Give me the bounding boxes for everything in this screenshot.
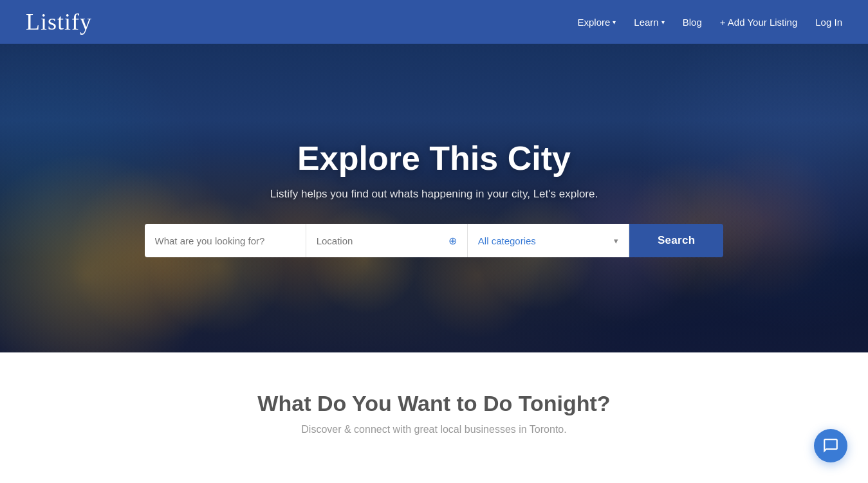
- below-hero-section: What Do You Want to Do Tonight? Discover…: [0, 352, 868, 461]
- login-button[interactable]: Log In: [815, 17, 842, 28]
- header: Listify Explore ▾ Learn ▾ Blog + Add You…: [0, 0, 868, 44]
- category-select-wrap: All categories Restaurants Hotels Shoppi…: [468, 224, 629, 257]
- logo[interactable]: Listify: [26, 8, 92, 35]
- hero-section: Explore This City Listify helps you find…: [0, 44, 868, 352]
- main-nav: Explore ▾ Learn ▾ Blog + Add Your Listin…: [577, 17, 842, 28]
- nav-explore[interactable]: Explore ▾: [577, 17, 616, 28]
- keyword-input-wrap: [145, 224, 306, 257]
- nav-blog[interactable]: Blog: [683, 17, 702, 28]
- keyword-input[interactable]: [155, 235, 295, 246]
- hero-title: Explore This City: [13, 139, 855, 178]
- section-title: What Do You Want to Do Tonight?: [26, 391, 842, 416]
- category-chevron-icon: ▾: [614, 236, 618, 246]
- chat-bubble-button[interactable]: [814, 429, 847, 461]
- search-button[interactable]: Search: [629, 224, 724, 257]
- section-subtitle: Discover & connect with great local busi…: [26, 424, 842, 435]
- nav-learn[interactable]: Learn ▾: [634, 17, 664, 28]
- location-input-wrap: ⊕: [306, 224, 468, 257]
- category-select[interactable]: All categories Restaurants Hotels Shoppi…: [478, 235, 614, 246]
- learn-chevron-icon: ▾: [661, 19, 665, 26]
- hero-content: Explore This City Listify helps you find…: [0, 139, 868, 257]
- location-pin-icon: ⊕: [448, 235, 457, 247]
- add-listing-button[interactable]: + Add Your Listing: [720, 17, 798, 28]
- explore-chevron-icon: ▾: [613, 19, 616, 26]
- hero-subtitle: Listify helps you find out whats happeni…: [13, 188, 855, 201]
- search-bar: ⊕ All categories Restaurants Hotels Shop…: [145, 224, 724, 257]
- location-input[interactable]: [317, 235, 443, 246]
- chat-icon: [822, 437, 839, 454]
